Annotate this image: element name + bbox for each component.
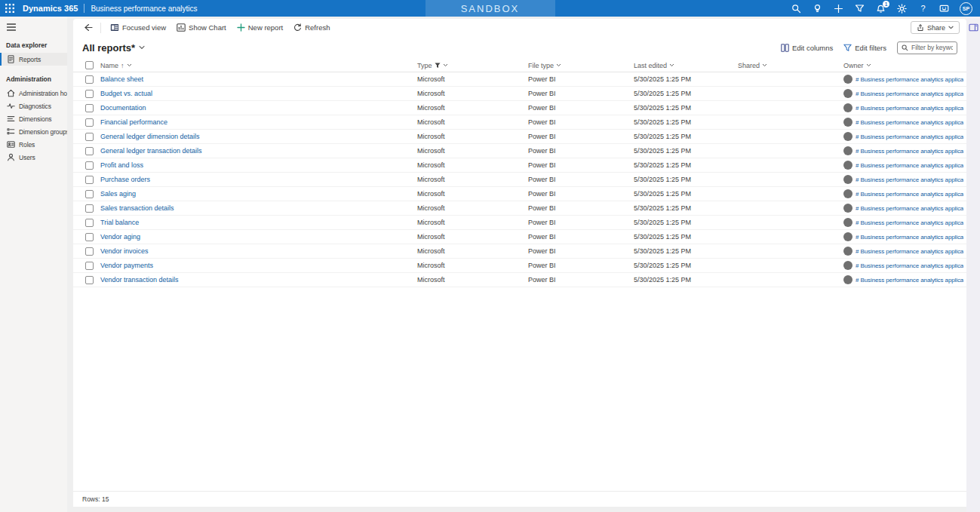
table-row[interactable]: Trial balance Microsoft Power BI 5/30/20… (73, 216, 966, 230)
owner-link[interactable]: # Business performance analytics applica… (856, 76, 963, 83)
filter-icon[interactable] (854, 3, 865, 14)
row-checkbox[interactable] (85, 104, 94, 112)
feedback-icon[interactable] (939, 3, 950, 14)
back-button[interactable] (80, 20, 97, 35)
report-name-link[interactable]: Vendor aging (100, 233, 140, 241)
table-row[interactable]: Purchase orders Microsoft Power BI 5/30/… (73, 173, 966, 187)
owner-link[interactable]: # Business performance analytics applica… (856, 234, 963, 241)
report-name-link[interactable]: Sales transaction details (100, 204, 174, 212)
report-name-link[interactable]: Balance sheet (100, 75, 143, 83)
sidebar-item-reports[interactable]: Reports (0, 53, 67, 66)
table-row[interactable]: Vendor invoices Microsoft Power BI 5/30/… (73, 244, 966, 259)
column-header-last-edited[interactable]: Last edited (634, 62, 738, 69)
product-name[interactable]: Dynamics 365 (23, 4, 78, 13)
report-name-link[interactable]: Profit and loss (100, 161, 143, 169)
select-all-checkbox[interactable] (85, 61, 94, 69)
sidebar-item-dimension-groups[interactable]: Dimension groups (0, 125, 67, 138)
column-header-owner[interactable]: Owner (843, 62, 966, 69)
open-side-pane-icon[interactable] (969, 23, 978, 512)
table-row[interactable]: Profit and loss Microsoft Power BI 5/30/… (73, 158, 966, 173)
help-icon[interactable]: ? (917, 3, 929, 14)
account-avatar[interactable]: SP (960, 2, 972, 15)
owner-link[interactable]: # Business performance analytics applica… (856, 119, 963, 126)
report-name-link[interactable]: Trial balance (100, 219, 139, 226)
table-row[interactable]: Financial performance Microsoft Power BI… (73, 115, 966, 130)
edit-filters-button[interactable]: Edit filters (843, 44, 886, 52)
row-checkbox[interactable] (85, 90, 94, 98)
row-checkbox[interactable] (85, 233, 94, 241)
sidebar-item-users[interactable]: Users (0, 151, 67, 164)
sidebar-item-dimensions[interactable]: Dimensions (0, 112, 67, 125)
report-name-link[interactable]: Purchase orders (100, 176, 150, 183)
report-name-link[interactable]: General ledger dimension details (100, 133, 200, 140)
table-row[interactable]: General ledger dimension details Microso… (73, 130, 966, 144)
owner-link[interactable]: # Business performance analytics applica… (856, 277, 963, 284)
table-row[interactable]: General ledger transaction details Micro… (73, 144, 966, 158)
show-chart-button[interactable]: Show Chart (171, 20, 232, 35)
focused-view-button[interactable]: Focused view (105, 20, 171, 35)
owner-link[interactable]: # Business performance analytics applica… (856, 133, 963, 140)
app-name[interactable]: Business performance analytics (91, 5, 197, 13)
report-name-link[interactable]: Documentation (100, 104, 146, 112)
column-header-file-type[interactable]: File type (528, 62, 634, 69)
report-name-link[interactable]: Financial performance (100, 118, 167, 126)
table-row[interactable]: Vendor transaction details Microsoft Pow… (73, 273, 966, 287)
owner-link[interactable]: # Business performance analytics applica… (856, 176, 963, 183)
refresh-button[interactable]: Refresh (288, 20, 335, 35)
sidebar-item-diagnostics[interactable]: Diagnostics (0, 100, 67, 112)
row-checkbox[interactable] (85, 204, 94, 213)
owner-link[interactable]: # Business performance analytics applica… (856, 162, 963, 169)
owner-link[interactable]: # Business performance analytics applica… (856, 248, 963, 255)
sidebar-item-roles[interactable]: Roles (0, 138, 67, 151)
keyword-filter-box[interactable] (897, 41, 957, 54)
view-selector[interactable]: All reports* (82, 42, 145, 54)
table-row[interactable]: Sales transaction details Microsoft Powe… (73, 201, 966, 216)
lightbulb-icon[interactable] (812, 3, 823, 14)
table-row[interactable]: Sales aging Microsoft Power BI 5/30/2025… (73, 187, 966, 201)
row-checkbox[interactable] (85, 176, 94, 184)
report-name-link[interactable]: Budget vs. actual (100, 90, 152, 97)
row-checkbox[interactable] (85, 262, 94, 270)
report-name-link[interactable]: Vendor payments (100, 262, 153, 269)
search-icon[interactable] (791, 3, 802, 14)
owner-link[interactable]: # Business performance analytics applica… (856, 262, 963, 269)
table-row[interactable]: Vendor aging Microsoft Power BI 5/30/202… (73, 230, 966, 244)
table-row[interactable]: Vendor payments Microsoft Power BI 5/30/… (73, 259, 966, 273)
owner-link[interactable]: # Business performance analytics applica… (856, 219, 963, 226)
add-icon[interactable] (833, 3, 844, 14)
settings-gear-icon[interactable] (896, 3, 908, 14)
report-name-link[interactable]: Vendor invoices (100, 247, 149, 255)
table-row[interactable]: Balance sheet Microsoft Power BI 5/30/20… (73, 72, 966, 87)
row-checkbox[interactable] (85, 276, 94, 284)
row-checkbox[interactable] (85, 247, 94, 256)
column-header-shared[interactable]: Shared (738, 62, 843, 69)
table-row[interactable]: Budget vs. actual Microsoft Power BI 5/3… (73, 87, 966, 101)
owner-link[interactable]: # Business performance analytics applica… (856, 191, 963, 198)
owner-link[interactable]: # Business performance analytics applica… (856, 148, 963, 155)
row-checkbox[interactable] (85, 161, 94, 170)
owner-link[interactable]: # Business performance analytics applica… (856, 105, 963, 112)
app-launcher-waffle-icon[interactable] (0, 0, 20, 17)
edit-columns-button[interactable]: Edit columns (781, 44, 833, 52)
sidebar-item-administration-home[interactable]: Administration home (0, 87, 67, 100)
row-checkbox[interactable] (85, 133, 94, 141)
row-checkbox[interactable] (85, 219, 94, 227)
row-checkbox[interactable] (85, 118, 94, 127)
row-checkbox[interactable] (85, 190, 94, 198)
table-row[interactable]: Documentation Microsoft Power BI 5/30/20… (73, 101, 966, 115)
row-checkbox[interactable] (85, 75, 94, 84)
row-checkbox[interactable] (85, 147, 94, 155)
owner-link[interactable]: # Business performance analytics applica… (856, 90, 963, 97)
share-button[interactable]: Share (911, 21, 960, 34)
column-header-type[interactable]: Type (417, 62, 528, 69)
filter-by-keyword-input[interactable] (911, 44, 953, 51)
notifications-bell-icon[interactable]: 1 (875, 3, 886, 14)
plus-icon (237, 23, 245, 32)
report-name-link[interactable]: Vendor transaction details (100, 276, 179, 284)
owner-link[interactable]: # Business performance analytics applica… (856, 205, 963, 212)
report-name-link[interactable]: General ledger transaction details (100, 147, 202, 155)
report-name-link[interactable]: Sales aging (100, 190, 136, 198)
hamburger-menu-icon[interactable] (0, 19, 67, 37)
new-report-button[interactable]: New report (232, 20, 288, 35)
column-header-name[interactable]: Name ↑ (100, 62, 417, 69)
